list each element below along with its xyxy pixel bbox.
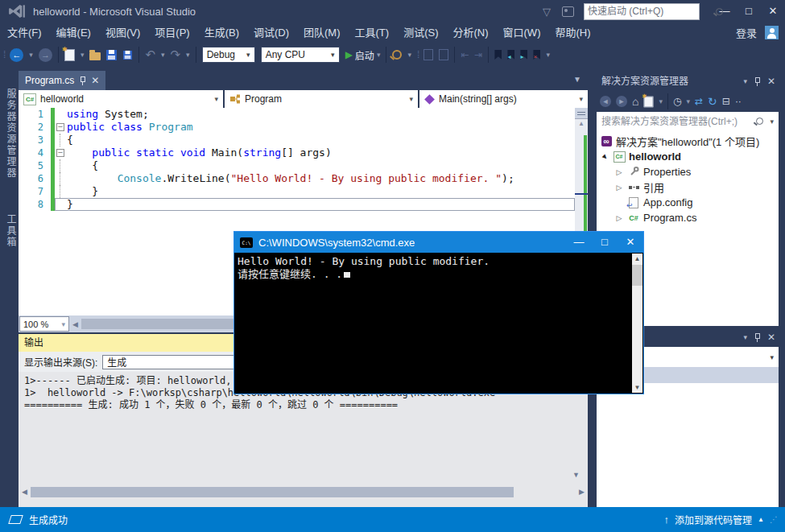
fold-toggle-icon[interactable] bbox=[55, 146, 67, 159]
save-all-button[interactable] bbox=[123, 50, 132, 59]
window-position-dropdown-icon[interactable]: ▾ bbox=[743, 72, 747, 90]
add-to-source-control-button[interactable]: 添加到源代码管理 bbox=[675, 513, 752, 526]
tree-expander-icon[interactable]: ▷ bbox=[614, 168, 624, 176]
solution-explorer-search-input[interactable] bbox=[597, 116, 756, 127]
uncomment-button[interactable] bbox=[439, 49, 448, 60]
pending-changes-filter-icon[interactable]: ◷ bbox=[673, 96, 681, 107]
member-dropdown[interactable]: Main(string[] args) ▾ bbox=[419, 90, 588, 108]
se-forward-button[interactable]: ► bbox=[616, 96, 627, 107]
document-list-dropdown-icon[interactable]: ▼ bbox=[573, 75, 581, 84]
redo-button[interactable]: ↷ bbox=[171, 49, 181, 60]
menu-item[interactable]: 分析(N) bbox=[445, 23, 495, 43]
clear-bookmarks-button[interactable]: × bbox=[533, 50, 540, 60]
comment-button[interactable] bbox=[423, 49, 433, 60]
menu-item[interactable]: 编辑(E) bbox=[49, 23, 98, 43]
menu-item[interactable]: 文件(F) bbox=[0, 23, 49, 43]
toggle-bookmark-button[interactable] bbox=[494, 50, 502, 60]
menu-item[interactable]: 视图(V) bbox=[98, 23, 147, 43]
scroll-left-icon[interactable]: ◀ bbox=[69, 320, 81, 328]
close-panel-icon[interactable]: ✕ bbox=[767, 72, 775, 90]
redo-dropdown-icon[interactable]: ▾ bbox=[186, 51, 190, 59]
tree-expander-icon[interactable]: ▷ bbox=[614, 184, 624, 192]
close-panel-icon[interactable]: ✕ bbox=[767, 332, 775, 343]
code-line[interactable]: 3{ bbox=[19, 134, 575, 146]
save-button[interactable] bbox=[106, 50, 117, 60]
code-line[interactable]: 7 } bbox=[19, 185, 575, 198]
menu-item[interactable]: 生成(B) bbox=[197, 23, 246, 43]
cmd-minimize-button[interactable]: — bbox=[566, 232, 592, 253]
tree-item[interactable]: ∞解决方案"helloworld"(1 个项目) bbox=[597, 134, 779, 149]
previous-bookmark-button[interactable]: ◂ bbox=[507, 50, 514, 60]
tree-item[interactable]: ▼C#helloworld bbox=[597, 149, 779, 164]
menu-item[interactable]: 调试(D) bbox=[246, 23, 296, 43]
title-bar[interactable]: helloworld - Microsoft Visual Studio ▽ —… bbox=[0, 0, 785, 23]
navigate-forward-button[interactable]: → bbox=[39, 48, 52, 62]
start-debugging-button[interactable]: ▶ 启动 ▾ bbox=[345, 48, 381, 62]
solution-explorer-search-box[interactable]: ▾ bbox=[597, 112, 779, 130]
scroll-down-icon[interactable]: ▼ bbox=[632, 382, 642, 393]
menu-item[interactable]: 测试(S) bbox=[396, 23, 445, 43]
output-scroll-down-icon[interactable]: ▼ bbox=[572, 471, 580, 479]
se-back-button[interactable]: ◄ bbox=[600, 96, 611, 107]
tree-expander-icon[interactable]: ▼ bbox=[598, 151, 611, 163]
toolbar-grip[interactable]: ⁞ bbox=[3, 49, 4, 60]
sync-with-active-document-icon[interactable]: ⇄ bbox=[695, 96, 703, 107]
solution-explorer-title-bar[interactable]: 解决方案资源管理器 ▾ ✕ bbox=[597, 72, 779, 90]
se-dropdown-icon[interactable]: ▾ bbox=[659, 97, 663, 105]
code-line[interactable]: 4 public static void Main(string[] args) bbox=[19, 146, 575, 159]
menu-item[interactable]: 项目(P) bbox=[147, 23, 196, 43]
menu-item[interactable]: 工具(T) bbox=[348, 23, 397, 43]
quick-launch-input[interactable] bbox=[585, 6, 716, 17]
splitter-handle[interactable] bbox=[575, 108, 588, 119]
scroll-left-icon[interactable]: ◀ bbox=[19, 488, 31, 496]
cmd-title-bar[interactable]: C:\ C:\WINDOWS\system32\cmd.exe — □ ✕ bbox=[234, 232, 643, 253]
filter-dropdown-icon[interactable]: ▾ bbox=[686, 97, 690, 105]
resize-grip[interactable]: ⋰ bbox=[770, 515, 779, 524]
undo-dropdown-icon[interactable]: ▾ bbox=[161, 51, 165, 59]
increase-indent-icon[interactable]: ⇥ bbox=[474, 49, 482, 60]
cmd-scroll-thumb[interactable] bbox=[632, 265, 642, 286]
collapse-all-icon[interactable]: ⊟ bbox=[722, 96, 730, 107]
menu-item[interactable]: 窗口(W) bbox=[496, 23, 548, 43]
scroll-up-icon[interactable]: ▲ bbox=[575, 120, 588, 127]
cmd-maximize-button[interactable]: □ bbox=[592, 232, 618, 253]
feedback-icon[interactable] bbox=[562, 6, 574, 17]
code-line[interactable]: 5 { bbox=[19, 159, 575, 172]
configuration-select[interactable]: Debug▾ bbox=[202, 47, 255, 63]
close-button[interactable]: ✕ bbox=[761, 2, 785, 21]
maximize-button[interactable]: □ bbox=[737, 2, 761, 21]
properties-pages-icon[interactable] bbox=[644, 96, 654, 107]
decrease-indent-icon[interactable]: ⇤ bbox=[461, 49, 469, 60]
menu-item[interactable]: 帮助(H) bbox=[547, 23, 597, 43]
se-toolbar-overflow-icon[interactable]: ·· bbox=[735, 96, 742, 107]
close-tab-icon[interactable]: ✕ bbox=[91, 75, 99, 86]
cmd-vertical-scrollbar[interactable]: ▲ ▼ bbox=[632, 254, 642, 393]
home-icon[interactable]: ⌂ bbox=[632, 95, 638, 108]
sign-in-button[interactable]: 登录 bbox=[736, 25, 757, 40]
code-line[interactable]: 2public class Program bbox=[19, 121, 575, 134]
toolbar-grip[interactable]: ⁞ bbox=[417, 49, 418, 60]
start-dropdown-icon[interactable]: ▾ bbox=[377, 51, 381, 59]
code-line[interactable]: 1using System; bbox=[19, 108, 575, 121]
new-item-dropdown-icon[interactable]: ▾ bbox=[81, 51, 85, 59]
undo-button[interactable]: ↶ bbox=[145, 49, 155, 60]
window-position-dropdown-icon[interactable]: ▾ bbox=[743, 333, 747, 341]
open-file-button[interactable] bbox=[89, 52, 101, 60]
tree-expander-icon[interactable]: ▷ bbox=[614, 214, 624, 222]
sidebar-tab-toolbox[interactable]: 工具箱 bbox=[2, 203, 18, 259]
pin-panel-icon[interactable] bbox=[754, 77, 760, 86]
cmd-window[interactable]: C:\ C:\WINDOWS\system32\cmd.exe — □ ✕ He… bbox=[233, 231, 644, 394]
navigate-back-button[interactable]: ← bbox=[10, 48, 23, 62]
code-line[interactable]: 6 Console.WriteLine("Hello World! - By u… bbox=[19, 172, 575, 185]
next-bookmark-button[interactable]: ▸ bbox=[520, 50, 527, 60]
quick-launch-box[interactable] bbox=[584, 3, 700, 20]
pin-panel-icon[interactable] bbox=[754, 333, 760, 342]
back-dropdown-icon[interactable]: ▾ bbox=[29, 51, 33, 59]
type-dropdown[interactable]: Program ▾ bbox=[225, 90, 418, 108]
sidebar-tab-server-explorer[interactable]: 服务器资源管理器 bbox=[2, 72, 18, 195]
filter-icon[interactable]: ▽ bbox=[543, 6, 551, 18]
project-dropdown[interactable]: C# helloworld ▾ bbox=[19, 90, 223, 108]
tree-item[interactable]: ▷C#Program.cs bbox=[597, 210, 779, 225]
scroll-up-icon[interactable]: ▲ bbox=[632, 254, 642, 264]
fold-toggle-icon[interactable] bbox=[55, 121, 67, 134]
